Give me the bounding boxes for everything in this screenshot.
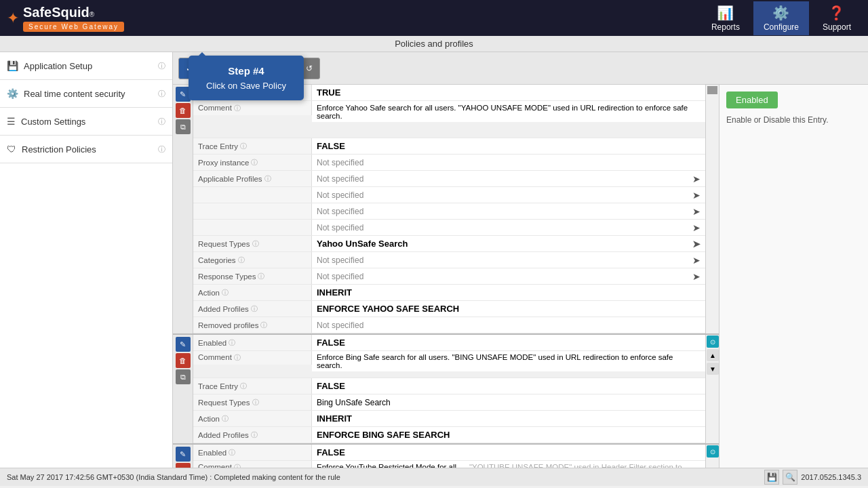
real-time-help-icon: ⓘ bbox=[158, 89, 165, 99]
logo-tagline: Secure Web Gateway bbox=[23, 22, 124, 32]
bing-comment-label: Comment ⓘ bbox=[193, 351, 312, 365]
support-nav-btn[interactable]: ❓ Support bbox=[812, 1, 861, 35]
sidebar-item-restriction-policies[interactable]: 🛡 Restriction Policies ⓘ bbox=[0, 136, 172, 163]
send-icon-1[interactable]: ➤ bbox=[692, 174, 701, 184]
yahoo-profiles-label-4 bbox=[193, 220, 312, 235]
logo-name-row: SafeSquid ® bbox=[23, 5, 124, 20]
bing-scroll-up[interactable]: ▲ bbox=[707, 349, 719, 361]
bing-action-label: Action ⓘ bbox=[193, 411, 312, 426]
copy-btn-bing[interactable]: ⧉ bbox=[176, 369, 191, 384]
reports-label: Reports bbox=[711, 22, 740, 32]
reports-nav-btn[interactable]: 📊 Reports bbox=[701, 1, 750, 35]
entry-data-yahoo: Enabled ⓘ TRUE Comment ⓘ Enforce Yahoo S bbox=[193, 85, 705, 333]
bing-trace-label: Trace Entry ⓘ bbox=[193, 378, 312, 394]
yahoo-profiles-row-2: Not specified ➤ bbox=[193, 187, 705, 203]
bing-enabled-row: Enabled ⓘ FALSE bbox=[193, 335, 705, 351]
policy-entry-youtube: ✎ 🗑 Enabled ⓘ FALSE bbox=[173, 445, 719, 468]
yahoo-comment-row: Comment ⓘ Enforce Yahoo Safe search for … bbox=[193, 101, 705, 138]
edit-btn-youtube[interactable]: ✎ bbox=[176, 447, 191, 462]
yahoo-removed-val: Not specified bbox=[312, 317, 705, 333]
support-label: Support bbox=[823, 22, 851, 32]
send-icon-4[interactable]: ➤ bbox=[692, 222, 701, 233]
policy-entry-bing: ✎ 🗑 ⧉ Enabled ⓘ FALSE bbox=[173, 335, 719, 445]
status-bar: Sat May 27 2017 17:42:56 GMT+0530 (India… bbox=[0, 468, 868, 486]
yahoo-added-row: Added Profiles ⓘ ENFORCE YAHOO SAFE SEAR… bbox=[193, 301, 705, 317]
yahoo-profiles-row-4: Not specified ➤ bbox=[193, 220, 705, 236]
yt-comment-label: Comment ⓘ bbox=[193, 461, 312, 468]
application-setup-icon: 💾 bbox=[7, 60, 18, 71]
restriction-policies-icon: 🛡 bbox=[7, 144, 16, 155]
send-icon-req2[interactable]: ➤ bbox=[692, 239, 701, 249]
sidebar-item-label-real-time: Real time content security bbox=[24, 89, 125, 99]
yahoo-request-label: Request Types ⓘ bbox=[193, 236, 312, 251]
entry-controls-yahoo: ✎ 🗑 ⧉ bbox=[173, 85, 193, 333]
entry-data-bing: Enabled ⓘ FALSE Comment ⓘ Enforce Bing S… bbox=[193, 335, 705, 443]
toolbar: ✓ Save Policy ★ ↺ Step #4 Click on Save … bbox=[173, 52, 868, 85]
yt-enabled-label: Enabled ⓘ bbox=[193, 445, 312, 460]
enabled-badge: Enabled bbox=[726, 92, 778, 108]
sidebar-item-real-time[interactable]: ⚙️ Real time content security ⓘ bbox=[0, 80, 172, 108]
entry-controls-bing: ✎ 🗑 ⧉ bbox=[173, 335, 193, 443]
bing-action-row: Action ⓘ INHERIT bbox=[193, 411, 705, 427]
yahoo-trace-val: FALSE bbox=[312, 138, 705, 154]
yahoo-enabled-val: TRUE bbox=[312, 85, 705, 100]
bing-scroll-down[interactable]: ▼ bbox=[707, 363, 719, 375]
logo-name: SafeSquid bbox=[23, 5, 90, 20]
yt-comment-row: Comment ⓘ Enforce YouTube Restricted Mod… bbox=[193, 461, 705, 468]
yahoo-profiles-label: Applicable Profiles ⓘ bbox=[193, 171, 312, 186]
bing-enabled-label: Enabled ⓘ bbox=[193, 335, 312, 350]
right-panel: Enabled Enable or Disable this Entry. bbox=[719, 85, 868, 468]
yahoo-profiles-val-3: Not specified ➤ bbox=[312, 203, 705, 219]
send-icon-3[interactable]: ➤ bbox=[692, 206, 701, 217]
send-icon-2[interactable]: ➤ bbox=[692, 190, 701, 201]
yahoo-resp-row: Response Types ⓘ Not specified ➤ bbox=[193, 268, 705, 285]
configure-nav-btn[interactable]: ⚙️ Configure bbox=[753, 1, 809, 35]
bing-enabled-val: FALSE bbox=[312, 335, 705, 350]
yahoo-proxy-label: Proxy instance ⓘ bbox=[193, 155, 312, 170]
send-icon-cat[interactable]: ➤ bbox=[692, 255, 701, 266]
yt-ctrl-btn[interactable]: ⊙ bbox=[707, 445, 719, 458]
reports-icon: 📊 bbox=[717, 5, 734, 21]
yahoo-profiles-row-3: Not specified ➤ bbox=[193, 203, 705, 220]
send-icon-resp[interactable]: ➤ bbox=[692, 271, 701, 282]
bing-comment-val: Enforce Bing Safe search for all users. … bbox=[312, 351, 705, 371]
scroll-thumb[interactable] bbox=[707, 86, 717, 94]
sidebar-item-label-restriction-policies: Restriction Policies bbox=[22, 144, 96, 155]
tooltip-action: Click on Save Policy bbox=[201, 81, 292, 91]
tooltip-popup: Step #4 Click on Save Policy bbox=[189, 56, 304, 100]
yt-enabled-row: Enabled ⓘ FALSE bbox=[193, 445, 705, 461]
search-status-btn[interactable]: 🔍 bbox=[783, 470, 797, 485]
bing-request-row: Request Types ⓘ Bing UnSafe Search bbox=[193, 394, 705, 411]
delete-btn-youtube[interactable]: 🗑 bbox=[176, 463, 191, 468]
version-text: 2017.0525.1345.3 bbox=[801, 473, 861, 481]
yahoo-action-row: Action ⓘ INHERIT bbox=[193, 285, 705, 301]
delete-btn-bing[interactable]: 🗑 bbox=[176, 353, 191, 368]
yahoo-action-val: INHERIT bbox=[312, 285, 705, 300]
policy-list: ✎ 🗑 ⧉ Enabled ⓘ TRUE bbox=[173, 85, 719, 468]
content-area: ✓ Save Policy ★ ↺ Step #4 Click on Save … bbox=[173, 52, 868, 468]
yt-comment-val: Enforce YouTube Restricted Mode for all … bbox=[312, 461, 705, 468]
save-status-btn[interactable]: 💾 bbox=[764, 470, 779, 485]
main-layout: 💾 Application Setup ⓘ ⚙️ Real time conte… bbox=[0, 52, 868, 468]
edit-btn-bing[interactable]: ✎ bbox=[176, 337, 191, 352]
sidebar-item-label-custom-settings: Custom Settings bbox=[21, 117, 85, 127]
sidebar-item-custom-settings[interactable]: ☰ Custom Settings ⓘ bbox=[0, 108, 172, 136]
logo-super: ® bbox=[90, 11, 94, 18]
status-message: Sat May 27 2017 17:42:56 GMT+0530 (India… bbox=[7, 473, 340, 481]
yahoo-proxy-val: Not specified bbox=[312, 155, 705, 170]
yahoo-resp-val: Not specified ➤ bbox=[312, 268, 705, 284]
yahoo-profiles-val-1: Not specified ➤ bbox=[312, 171, 705, 186]
sidebar-item-application-setup[interactable]: 💾 Application Setup ⓘ bbox=[0, 52, 172, 80]
bing-action-val: INHERIT bbox=[312, 411, 705, 426]
copy-btn-yahoo[interactable]: ⧉ bbox=[176, 119, 191, 134]
bing-added-label: Added Profiles ⓘ bbox=[193, 427, 312, 443]
policy-table-wrapper: ✎ 🗑 ⧉ Enabled ⓘ TRUE bbox=[173, 85, 868, 468]
yahoo-trace-row: Trace Entry ⓘ FALSE bbox=[193, 138, 705, 155]
delete-btn-yahoo[interactable]: 🗑 bbox=[176, 103, 191, 118]
entry3-scroll-controls: ⊙ bbox=[705, 445, 719, 468]
yahoo-cat-row: Categories ⓘ Not specified ➤ bbox=[193, 252, 705, 268]
yahoo-removed-label: Removed profiles ⓘ bbox=[193, 317, 312, 333]
bing-up-btn[interactable]: ⊙ bbox=[707, 336, 719, 348]
comment-q-icon: ⓘ bbox=[234, 104, 241, 113]
yahoo-added-label: Added Profiles ⓘ bbox=[193, 301, 312, 317]
